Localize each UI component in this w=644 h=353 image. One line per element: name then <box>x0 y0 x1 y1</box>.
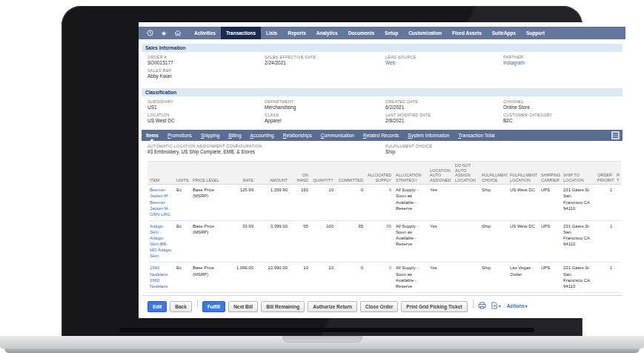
cell-shipping-carrier: UPS <box>539 263 561 292</box>
edit-button[interactable]: Edit <box>147 301 167 312</box>
cell-allocated-supply: 9 <box>365 185 394 220</box>
tab-transaction-total[interactable]: Transaction Total <box>454 130 499 141</box>
field-value: 2/24/2021 <box>265 60 381 65</box>
tab-system-information[interactable]: System Information <box>403 130 454 141</box>
cell-fulfillment-location: US West DC <box>508 220 539 263</box>
nav-item-activities[interactable]: Activities <box>189 27 221 39</box>
nav-item-customization[interactable]: Customization <box>403 27 447 39</box>
column-header-allocation-strategy: ALLOCATION STRATEGY <box>394 162 428 185</box>
cell-allocation-strategy: All Supply - Soon as Available - Reserve <box>394 263 428 292</box>
cell-order-priority: 1 <box>595 220 614 263</box>
tab-related-records[interactable]: Related Records <box>359 130 403 141</box>
field-value-link[interactable]: Web <box>385 60 499 65</box>
tab-communication[interactable]: Communication <box>316 130 359 141</box>
column-header-amount: AMOUNT <box>256 162 290 185</box>
nav-item-lists[interactable]: Lists <box>261 27 282 39</box>
actions-menu[interactable]: Actions ▾ <box>507 303 528 309</box>
sales-information-fields: ORDER #SO0015177SALES EFFECTIVE DATE2/24… <box>142 52 623 84</box>
cell-allocation-strategy: All Supply - Soon as Available - Reserve <box>394 220 428 263</box>
cell-location-auto-assigned: Yes <box>428 220 453 263</box>
cell-do-not-auto-assign-location <box>453 185 479 220</box>
field-last-modified-date: LAST MODIFIED DATE2/8/2021 <box>385 113 503 123</box>
cell-order-priority: 1 <box>595 185 614 220</box>
field-label: LOCATION <box>147 113 260 117</box>
cell-clipped <box>614 185 621 220</box>
tab-billing[interactable]: Billing <box>224 130 245 141</box>
allocated-supply-link[interactable]: 0 <box>389 265 391 270</box>
items-table: ITEMUNITSPRICE LEVELRATEAMOUNTON HANDQUA… <box>147 161 621 293</box>
main-menu: ActivitiesTransactionsListsReportsAnalyt… <box>189 27 550 39</box>
field-label: CHANNEL <box>503 99 618 104</box>
field-fulfillment-choice: FULFILLMENT CHOICEShip <box>385 144 623 154</box>
cell-units: Ec <box>174 220 190 263</box>
recent-records-clock-icon[interactable] <box>145 27 155 39</box>
field-value: US West DC <box>147 118 260 123</box>
cell-units: Ec <box>174 263 190 292</box>
field-label: SALES EFFECTIVE DATE <box>265 55 381 59</box>
cell-clipped <box>614 220 621 263</box>
allocation-config-fields: AUTOMATIC LOCATION ASSIGNMENT CONFIGURAT… <box>142 141 623 161</box>
hinge-groove <box>119 328 534 332</box>
tab-promotions[interactable]: Promotions <box>163 130 196 141</box>
column-header-price-level: PRICE LEVEL <box>190 162 226 185</box>
export-icon[interactable]: ▾ <box>491 302 501 309</box>
shortcuts-star-icon[interactable]: ★ <box>159 27 169 39</box>
allocated-supply-link[interactable]: 9 <box>389 188 391 192</box>
cell-do-not-auto-assign-location <box>453 220 479 263</box>
divider <box>142 295 623 296</box>
field-label: FULFILLMENT CHOICE <box>385 144 618 148</box>
field-value-link[interactable]: Instagram <box>503 60 618 65</box>
back-button[interactable]: Back <box>170 301 192 312</box>
field-value: Online Store <box>503 105 618 110</box>
item-link[interactable]: Adagio Skirt : Adagio Skirt-BR-MD Adagio… <box>150 224 171 258</box>
tab-relationships[interactable]: Relationships <box>279 130 316 141</box>
nav-item-fixed-assets[interactable]: Fixed Assets <box>447 27 487 39</box>
nav-item-suiteapps[interactable]: SuiteApps <box>487 27 521 39</box>
cell-fulfillment-choice: Ship <box>479 220 508 263</box>
cell-price-level: Base Price (MSRP) <box>190 220 226 263</box>
item-link[interactable]: Beemer Jacket-M : Beemer Jacket-M-GRN-LR… <box>150 188 170 216</box>
classification-header: Classification <box>142 88 623 96</box>
footer-buttons: EditBackFulfillNext BillBill RemainingAu… <box>147 300 478 312</box>
laptop-base-edge <box>4 349 640 353</box>
cell-amount: 1,259.90 <box>256 185 290 220</box>
allocated-supply-link[interactable]: 95 <box>386 224 391 228</box>
field-label: SALES REP <box>147 68 260 73</box>
authorize-return-button[interactable]: Authorize Return <box>308 301 357 312</box>
nav-item-transactions[interactable]: Transactions <box>221 27 261 39</box>
fulfill-button[interactable]: Fulfill <box>202 301 225 312</box>
nav-item-documents[interactable]: Documents <box>343 27 379 39</box>
nav-item-setup[interactable]: Setup <box>379 27 403 39</box>
cell-units: Ec <box>174 185 190 220</box>
printer-icon[interactable] <box>478 302 486 309</box>
field-label: CUSTOMER CATEGORY <box>503 113 618 117</box>
cell-quantity: 100 <box>311 220 336 263</box>
tab-items[interactable]: Items <box>142 130 163 141</box>
bill-remaining-button[interactable]: Bill Remaining <box>261 301 305 312</box>
close-order-button[interactable]: Close Order <box>360 301 398 312</box>
cell-committed: 0 <box>336 185 365 220</box>
field-value: US1 <box>147 105 260 110</box>
home-icon[interactable] <box>173 27 183 39</box>
field-value: Apparel <box>265 118 381 123</box>
print-grid-picking-ticket-button[interactable]: Print Grid Picking Ticket <box>401 301 467 312</box>
tab-shipping[interactable]: Shipping <box>196 130 224 141</box>
nav-item-support[interactable]: Support <box>521 27 550 39</box>
sales-information-header: Sales Information <box>142 44 623 52</box>
export-caret-icon: ▾ <box>499 303 501 309</box>
list-toggle-icon[interactable] <box>611 131 620 139</box>
field-label: LEAD SOURCE <box>385 55 499 59</box>
field-customer-category: CUSTOMER CATEGORYB2C <box>503 113 623 123</box>
tab-accounting[interactable]: Accounting <box>246 130 279 141</box>
nav-item-analytics[interactable]: Analytics <box>311 27 343 39</box>
cell-committed: 0 <box>336 263 365 292</box>
actions-caret-icon: ▾ <box>525 303 528 309</box>
nav-item-reports[interactable]: Reports <box>282 27 311 39</box>
cell-fulfillment-choice: Ship <box>479 263 508 292</box>
actions-label: Actions <box>507 303 525 309</box>
next-bill-button[interactable]: Next Bill <box>228 301 258 312</box>
cell-fulfillment-choice: Ship <box>479 185 508 220</box>
item-link[interactable]: 1960 Necklace 1960 Necklace <box>150 265 168 288</box>
table-row: Beemer Jacket-M : Beemer Jacket-M-GRN-LR… <box>147 185 621 220</box>
column-header-order-priority: ORDER PRIORITY <box>595 162 614 185</box>
